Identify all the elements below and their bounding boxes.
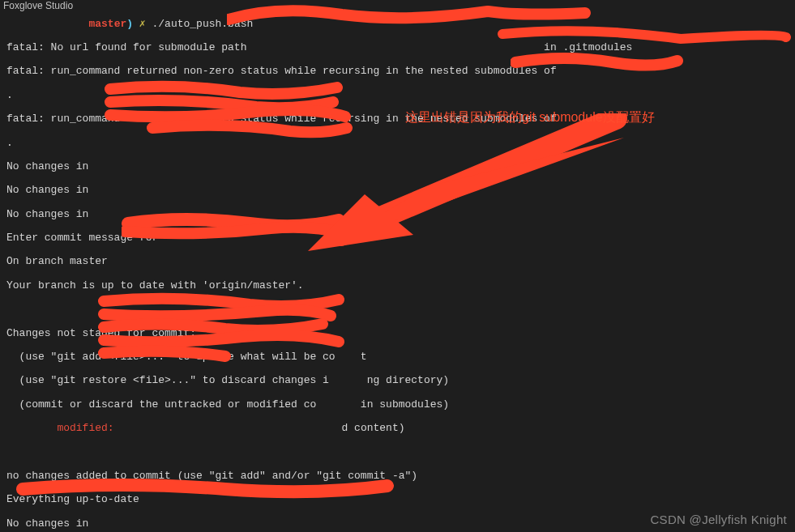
output-line: fatal: run_command returned non-zero sta… bbox=[6, 66, 789, 78]
output-line: fatal: No url found for submodule path i… bbox=[6, 42, 789, 54]
output-line: (use "git restore <file>..." to discard … bbox=[6, 375, 789, 387]
annotation-text: 这里出错是因为我的git submodule没配置好 bbox=[405, 110, 655, 125]
output-line: fatal: run_command returned non-zero sta… bbox=[6, 113, 789, 126]
output-line: No changes in bbox=[6, 209, 789, 221]
output-line: no changes added to commit (use "git add… bbox=[6, 470, 789, 483]
output-line: No changes in bbox=[6, 185, 789, 197]
output-line bbox=[6, 304, 789, 316]
modified-label: modified: bbox=[6, 422, 133, 434]
output-line: Changes not staged for commit: bbox=[6, 328, 789, 340]
output-line: (use "git add <file>..." to update what … bbox=[6, 351, 789, 364]
output-line: No changes in bbox=[6, 161, 789, 173]
output-line: modified: d content) bbox=[6, 423, 789, 435]
output-line: (commit or discard the untracked or modi… bbox=[6, 399, 789, 411]
watermark: CSDN @Jellyfish Knight bbox=[650, 513, 787, 527]
prompt-dirty-icon: ✗ bbox=[139, 18, 146, 30]
output-line: Enter commit message for bbox=[6, 232, 789, 245]
output-line: . bbox=[6, 138, 789, 150]
output-line: . bbox=[6, 90, 789, 102]
output-line: On branch master bbox=[6, 256, 789, 268]
command-text: ./auto_push.bash bbox=[152, 18, 254, 30]
terminal-output[interactable]: master) ✗ ./auto_push.bash fatal: No url… bbox=[0, 0, 795, 532]
output-line bbox=[6, 446, 789, 458]
prompt-branch-partial: master) bbox=[6, 18, 133, 30]
output-line: Everything up-to-date bbox=[6, 494, 789, 506]
output-line: Your branch is up to date with 'origin/m… bbox=[6, 280, 789, 292]
app-label: Foxglove Studio bbox=[3, 1, 73, 12]
prompt-line: master) ✗ ./auto_push.bash bbox=[6, 19, 789, 31]
